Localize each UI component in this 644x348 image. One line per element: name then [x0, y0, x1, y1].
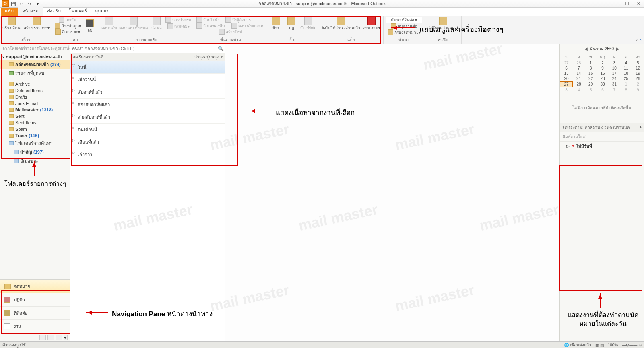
group-twoweeks[interactable]: สองสัปดาห์ที่แล้ว	[70, 99, 225, 111]
nav-config-icon[interactable]: ▾	[64, 335, 68, 340]
calendar-day[interactable]: 5	[632, 60, 644, 66]
search-box[interactable]: 🔍	[70, 44, 225, 53]
new-mail-button[interactable]: สร้าง อีเมล	[2, 17, 21, 30]
calendar-day[interactable]: 29	[585, 82, 597, 87]
search-input[interactable]	[72, 46, 218, 51]
calendar-day[interactable]: 30	[597, 82, 608, 87]
calendar-day[interactable]: 7	[609, 87, 620, 93]
sort-header[interactable]: จัดเรียงตาม: วันที่ ล่าสุดอยู่บนสุด ▾	[70, 53, 225, 61]
account-node[interactable]: ▿ support@mailmaster.co.th	[0, 53, 70, 60]
calendar-day[interactable]: 20	[560, 76, 573, 82]
app-button[interactable]: O	[2, 0, 9, 7]
calendar-day[interactable]: 3	[609, 60, 620, 66]
calendar-day[interactable]: 2	[632, 82, 644, 87]
folder-mailmaster[interactable]: Mailmaster (1318)	[0, 107, 70, 113]
nav-mail[interactable]: จดหมาย	[0, 280, 70, 293]
replydelete-quickstep[interactable]: ตอบกลับและลบ	[231, 23, 264, 29]
minimize-button[interactable]: —	[610, 0, 621, 7]
calendar-day[interactable]: 4	[573, 87, 585, 93]
nav-folders-icon[interactable]	[47, 335, 54, 340]
calendar-day[interactable]: 3	[560, 87, 573, 93]
followup-button[interactable]: ตาม งาน▾	[363, 17, 381, 30]
task-sort-header[interactable]: จัดเรียงตาม: ค่าสถานะ: วันครบกำหนด ▴	[560, 123, 644, 132]
group-lastweek[interactable]: สัปดาห์ที่แล้ว	[70, 86, 225, 99]
manager-quickstep[interactable]: ถึงผู้จัดการ	[225, 17, 251, 23]
calendar-day[interactable]: 6	[560, 66, 573, 71]
group-today[interactable]: วันนี้	[70, 61, 225, 74]
calendar-day[interactable]: 19	[632, 71, 644, 76]
sort-order-label[interactable]: ล่าสุดอยู่บนสุด	[194, 54, 219, 60]
sort-by-label[interactable]: จัดเรียงตาม: วันที่	[73, 54, 103, 60]
move-button[interactable]: ย้าย	[270, 17, 283, 30]
calendar-day[interactable]: 28	[573, 60, 585, 66]
close-button[interactable]: ✕	[633, 0, 644, 7]
calendar-day[interactable]: 14	[573, 71, 585, 76]
folder-deleted-all[interactable]: รายการที่ถูกลบ	[0, 69, 70, 78]
folder-spam[interactable]: Spam	[0, 126, 70, 132]
folder-inbox[interactable]: กล่องจดหมายเข้า (374)	[0, 60, 70, 69]
nav-tasks[interactable]: งาน	[0, 320, 70, 333]
forward-button[interactable]: ส่ง ต่อ	[150, 17, 163, 30]
folder-important[interactable]: สำคัญ (197)	[0, 148, 70, 156]
calendar-day[interactable]: 28	[573, 82, 585, 87]
folder-sent-items[interactable]: Sent Items	[0, 119, 70, 126]
nav-notes-icon[interactable]	[39, 335, 46, 340]
onenote-button[interactable]: OneNote	[300, 17, 316, 30]
calendar-day[interactable]: 21	[573, 76, 585, 82]
search-icon[interactable]: 🔍	[218, 46, 223, 51]
nav-shortcuts-icon[interactable]	[56, 335, 62, 340]
calendar-day[interactable]: 1	[585, 60, 597, 66]
folder-search-folders[interactable]: โฟลเดอร์การค้นหา	[0, 139, 70, 148]
createnew-quickstep[interactable]: สร้างใหม่	[196, 29, 264, 35]
group-earliermonth[interactable]: ต้นเดือนนี้	[70, 124, 225, 136]
qat-save-icon[interactable]: 💾	[10, 0, 17, 7]
cleanup-button[interactable]: ล้างข้อมูล▾	[55, 23, 81, 29]
junk-button[interactable]: อีเมลขยะ▾	[55, 29, 81, 35]
calendar-day[interactable]: 9	[597, 66, 608, 71]
meeting-button[interactable]: การประชุม	[165, 17, 191, 23]
calendar-day[interactable]: 5	[585, 87, 597, 93]
ribbon-collapse-icon[interactable]: ^	[636, 38, 638, 43]
calendar-day[interactable]: 18	[620, 71, 632, 76]
calendar-day[interactable]: 24	[609, 76, 620, 82]
calendar-day[interactable]: 23	[597, 76, 608, 82]
new-task-input[interactable]: พิมพ์งานใหม่	[560, 132, 644, 142]
calendar-day[interactable]: 31	[609, 82, 620, 87]
folder-trash[interactable]: Trash (116)	[0, 132, 70, 139]
group-threeweeks[interactable]: สามสัปดาห์ที่แล้ว	[70, 111, 225, 124]
more-respond-button[interactable]: เพิ่มเติม▾	[165, 23, 191, 29]
calendar-day[interactable]: 11	[620, 66, 632, 71]
help-icon[interactable]: ?	[640, 38, 642, 43]
folder-drafts[interactable]: Drafts	[0, 94, 70, 100]
reply-button[interactable]: ตอบ กลับ	[101, 17, 117, 30]
status-zoom[interactable]: 100%	[608, 343, 618, 347]
calendar-day[interactable]: 26	[632, 76, 644, 82]
filter-mail-button[interactable]: กรองจดหมาย▾	[386, 29, 422, 35]
calendar-day[interactable]: 13	[560, 71, 573, 76]
calendar-day[interactable]: 9	[632, 87, 644, 93]
nav-contacts[interactable]: ที่ติดต่อ	[0, 307, 70, 320]
calendar-day[interactable]: 17	[609, 71, 620, 76]
calendar-day[interactable]: 27	[560, 60, 573, 66]
folder-sent[interactable]: Sent	[0, 113, 70, 119]
calendar-day[interactable]: 1	[620, 82, 632, 87]
nav-calendar[interactable]: ปฏิทิน	[0, 293, 70, 307]
maximize-button[interactable]: ☐	[621, 0, 633, 7]
delete-button[interactable]: ลบ	[83, 17, 96, 35]
calendar-day[interactable]: 7	[573, 66, 585, 71]
calendar-day[interactable]: 10	[609, 66, 620, 71]
tab-home[interactable]: หน้าแรก	[18, 6, 43, 16]
prev-month-icon[interactable]: ◀	[584, 47, 588, 51]
calendar-day[interactable]: 12	[632, 66, 644, 71]
folder-junk[interactable]: Junk E-mail	[0, 100, 70, 107]
teammail-quickstep[interactable]: อีเมลของทีม	[196, 23, 225, 29]
group-lastmonth[interactable]: เดือนที่แล้ว	[70, 136, 225, 148]
task-group-nodate[interactable]: ▷ ⚑ ไม่มีวันที่	[560, 142, 644, 151]
reply-all-button[interactable]: ตอบกลับ ทั้งหมด	[119, 17, 148, 30]
find-contact-input[interactable]: ค้นหาที่ติดต่อ ▾	[386, 17, 422, 23]
calendar-day[interactable]: 2	[597, 60, 608, 66]
moveto-quickstep[interactable]: ย้ายไปที่:	[196, 17, 219, 23]
calendar-day[interactable]: 4	[620, 60, 632, 66]
zoom-slider[interactable]: —⊙—— ⊕	[622, 343, 642, 347]
calendar-day[interactable]: 25	[620, 76, 632, 82]
